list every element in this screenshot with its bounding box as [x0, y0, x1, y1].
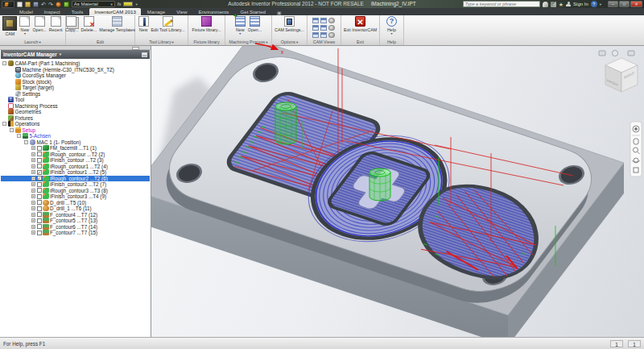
- tree-item[interactable]: CoordSys Manager: [1, 73, 150, 79]
- tree-expander-icon[interactable]: +: [31, 182, 35, 186]
- tree-expander-icon[interactable]: +: [31, 213, 35, 217]
- tree-expander-icon[interactable]: +: [31, 189, 35, 193]
- tree-checkbox[interactable]: [37, 200, 42, 205]
- machining-process-new-button[interactable]: New ▾: [234, 16, 246, 35]
- cam-view-icon[interactable]: [328, 18, 335, 23]
- cam-view-icon[interactable]: [328, 25, 335, 31]
- tree-item[interactable]: + F_contour7 ...T7 (15): [1, 230, 150, 236]
- ribbon-display-toggle-icon[interactable]: ▣: [277, 10, 282, 15]
- group-label-tool-library[interactable]: Tool Library▾: [135, 39, 188, 45]
- tree-item[interactable]: Settings: [1, 91, 150, 98]
- tree-item[interactable]: Tool: [1, 97, 150, 103]
- viewport-corner-icons[interactable]: [599, 50, 634, 56]
- cam-view-icon[interactable]: [312, 25, 319, 31]
- tree-checkbox[interactable]: [37, 152, 42, 156]
- tree-item[interactable]: Geometries: [1, 109, 150, 115]
- tree-item[interactable]: Fixtures: [1, 115, 150, 122]
- sign-in-link[interactable]: Sign In: [573, 2, 588, 6]
- group-label-options[interactable]: Options▾: [272, 39, 307, 45]
- tree-item[interactable]: + FM_facemill ...T1 (1): [1, 145, 150, 152]
- tree-checkbox[interactable]: [37, 182, 42, 187]
- tree-item[interactable]: Machine (Hermle-C30_iTNC530_5X_TZ): [1, 67, 150, 73]
- tree-checkbox[interactable]: [37, 146, 42, 151]
- delete-button[interactable]: Delete...: [80, 16, 98, 32]
- new-document-icon[interactable]: [17, 2, 23, 7]
- tree-expander-icon[interactable]: +: [31, 170, 35, 174]
- tree-item[interactable]: + D_drill ...T5 (10): [1, 200, 150, 206]
- material-dropdown[interactable]: As Material ▾: [72, 1, 115, 7]
- tree-item[interactable]: + D_drill_1 ...T6 (11): [1, 206, 150, 212]
- open-button[interactable]: Open...: [31, 16, 47, 32]
- tree-item[interactable]: + iRough_contour3 ...T3 (8): [1, 188, 150, 194]
- tree-item[interactable]: - MAC 1 (1- Position): [1, 139, 150, 146]
- parameters-fx-icon[interactable]: fx: [118, 2, 122, 6]
- tree-checkbox[interactable]: [37, 231, 42, 235]
- tab-inspect[interactable]: Inspect: [39, 8, 65, 15]
- subscription-key-icon[interactable]: [543, 2, 548, 7]
- tree-expander-icon[interactable]: +: [31, 177, 35, 181]
- tree-item[interactable]: + F_contour4 ...T7 (12): [1, 212, 150, 218]
- maximize-button[interactable]: □: [619, 1, 630, 7]
- tree-item[interactable]: + ✓ iRough_contour2 ...T2 (6): [1, 176, 150, 182]
- tree-expander-icon[interactable]: +: [31, 194, 35, 198]
- exit-inventorcam-button[interactable]: Exit InventorCAM: [343, 16, 378, 32]
- redo-icon[interactable]: ↷: [48, 2, 53, 7]
- tree-item[interactable]: + iFinish_contour ...T2 (3): [1, 157, 150, 164]
- tree-checkbox[interactable]: ✓: [37, 176, 42, 181]
- panel-header[interactable]: InventorCAM Manager ▾: [1, 50, 150, 59]
- tab-inventorcam[interactable]: InventorCAM 2013: [89, 8, 141, 15]
- tab-model[interactable]: Model: [14, 8, 38, 15]
- cam-view-icon[interactable]: [320, 32, 327, 38]
- tree-expander-icon[interactable]: -: [24, 140, 28, 144]
- tree-checkbox[interactable]: [37, 218, 42, 223]
- search-input[interactable]: [463, 1, 540, 7]
- color-swatch-dropdown[interactable]: [123, 2, 133, 6]
- tree-expander-icon[interactable]: -: [17, 134, 21, 138]
- tree-checkbox[interactable]: [37, 206, 42, 211]
- tree-expander-icon[interactable]: -: [10, 128, 14, 132]
- tree-item[interactable]: Stock (stock): [1, 79, 150, 85]
- inventor-logo-icon[interactable]: [2, 1, 14, 8]
- communication-center-icon[interactable]: [551, 2, 556, 7]
- tool-library-new-button[interactable]: New: [138, 16, 150, 32]
- tree-expander-icon[interactable]: -: [2, 122, 6, 126]
- tree-expander-icon[interactable]: +: [31, 152, 35, 156]
- tree-item[interactable]: Machining Process: [1, 103, 150, 110]
- tree-expander-icon[interactable]: +: [31, 146, 35, 150]
- tree-item[interactable]: - 5-Achsen: [1, 133, 150, 139]
- recent-button[interactable]: Recent: [48, 16, 64, 32]
- save-icon[interactable]: [33, 2, 39, 7]
- cam-view-icon[interactable]: [320, 25, 327, 31]
- tree-expander-icon[interactable]: -: [2, 61, 6, 65]
- group-label-machining-process[interactable]: Machining Process▾: [225, 39, 271, 45]
- tree-checkbox[interactable]: [37, 188, 42, 193]
- tree-expander-icon[interactable]: +: [31, 206, 35, 210]
- tree-checkbox[interactable]: ✓: [37, 170, 42, 175]
- update-icon[interactable]: [64, 2, 69, 7]
- tab-get-started[interactable]: Get Started: [235, 8, 270, 15]
- iproperties-icon[interactable]: [56, 2, 61, 7]
- help-button[interactable]: ? Help ▾: [386, 16, 398, 35]
- tab-tools[interactable]: Tools: [67, 8, 88, 15]
- help-icon[interactable]: ?: [591, 1, 597, 7]
- navigation-bar[interactable]: [630, 122, 642, 177]
- tree-expander-icon[interactable]: +: [31, 201, 35, 205]
- cam-button[interactable]: CAM: [2, 16, 18, 36]
- group-label-launch[interactable]: Launch▾: [0, 39, 65, 45]
- tree-item[interactable]: Target (target): [1, 85, 150, 91]
- tree-item[interactable]: - CAM-Part (Part 1 Machining): [1, 60, 150, 67]
- tree-item[interactable]: - Setup: [1, 127, 150, 134]
- tree-item[interactable]: + F_contour5 ...T7 (13): [1, 218, 150, 224]
- cam-view-icon[interactable]: [312, 32, 319, 38]
- undo-icon[interactable]: ↶: [41, 2, 46, 7]
- tree-item[interactable]: + F_contour6 ...T7 (14): [1, 224, 150, 231]
- tree-checkbox[interactable]: [37, 194, 42, 199]
- model-viewport[interactable]: FRONT RIGHT: [151, 46, 644, 337]
- edit-tool-library-button[interactable]: Edit Tool Library...: [151, 16, 186, 32]
- cam-view-icon[interactable]: [312, 18, 319, 23]
- tree-item[interactable]: + iRough_contour1 ...T2 (4): [1, 164, 150, 170]
- favorites-star-icon[interactable]: ★: [559, 2, 564, 7]
- minimize-button[interactable]: –: [608, 1, 618, 7]
- cam-view-icon[interactable]: [320, 18, 327, 23]
- tree-checkbox[interactable]: [37, 164, 42, 168]
